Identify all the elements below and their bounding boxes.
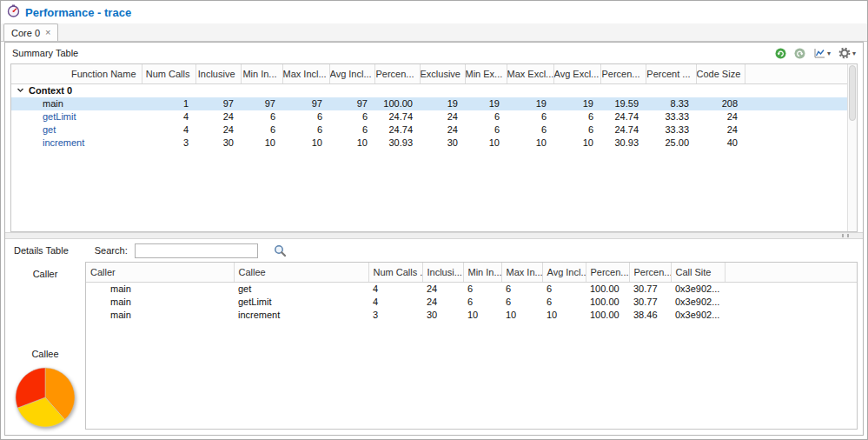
value-cell: 6 [553,123,600,137]
title-bar: Performance - trace [1,1,867,23]
details-table-label: Details Table [14,245,69,256]
scrollbar-thumb[interactable] [849,65,856,121]
value-cell: 6 [507,123,553,137]
value-cell: 10 [542,309,586,322]
value-cell [725,309,857,322]
column-header[interactable]: Caller [86,263,234,282]
value-cell: 4 [368,296,422,309]
value-cell: 30 [420,137,465,150]
column-header[interactable]: Max Incl... [282,64,329,83]
tab-label: Core 0 [11,28,40,38]
summary-row-getLimit[interactable]: getLimit42466624.742466624.7433.3324 [11,110,857,123]
value-cell: 24 [420,123,465,137]
value-cell: 10 [507,137,553,150]
value-cell: 3 [142,137,195,150]
column-header[interactable]: Percen... [629,263,671,282]
value-cell: 6 [282,123,329,137]
value-cell: 24.74 [374,123,420,137]
value-cell: 97 [241,97,282,110]
value-cell: 38.46 [629,309,671,322]
value-cell [745,137,857,150]
column-header[interactable]: Min In... [463,263,501,282]
value-cell: 6 [542,282,586,296]
column-header[interactable]: Call Site [671,263,725,282]
summary-row-get[interactable]: get42466624.742466624.7433.3324 [11,123,857,137]
column-header[interactable]: Avg Excl... [553,64,600,83]
value-cell: Context 0 [11,83,857,97]
column-header[interactable]: Num Calls [142,64,195,83]
value-cell [725,296,857,309]
details-row[interactable]: mainincrement330101010100.0038.460x3e902… [86,309,857,322]
value-cell [745,123,857,137]
column-header[interactable]: Max In... [501,263,542,282]
column-header[interactable]: Inclusive [195,64,241,83]
column-header[interactable]: Min Ex... [465,64,507,83]
group-row-context[interactable]: Context 0 [11,83,857,97]
callee-pie-chart[interactable] [13,365,77,431]
tab-core-0[interactable]: Core 0 × [3,23,58,41]
value-cell: increment [234,309,368,322]
search-icon[interactable] [274,244,287,257]
column-header[interactable]: Percen... [374,64,420,83]
value-cell: 3 [368,309,422,322]
column-header[interactable]: Num Calls ... [368,263,422,282]
summary-row-increment[interactable]: increment33010101030.933010101030.9325.0… [11,137,857,150]
value-cell: 0x3e902... [671,296,725,309]
column-header[interactable]: Function Name [11,64,142,83]
section-splitter[interactable] [5,232,863,239]
search-input[interactable] [135,243,258,258]
value-cell: 24 [422,282,463,296]
value-cell: 24.74 [374,110,420,123]
vertical-scrollbar[interactable] [847,64,857,231]
summary-header-row: Function NameNum CallsInclusiveMin In...… [11,64,857,83]
column-header[interactable]: Callee [234,263,368,282]
column-header[interactable]: Avg Incl... [329,64,374,83]
settings-gear-icon[interactable]: ▾ [838,47,856,59]
value-cell: 4 [368,282,422,296]
caller-label: Caller [33,269,58,279]
value-cell: 6 [501,296,542,309]
value-cell: 10 [282,137,329,150]
performance-gauge-icon [7,4,20,21]
value-cell: 19 [420,97,465,110]
column-header[interactable]: Percen... [600,64,646,83]
value-cell: main [86,296,234,309]
column-header[interactable]: Inclusi... [422,263,463,282]
value-cell: 10 [241,137,282,150]
value-cell: 0x3e902... [671,282,725,296]
column-header[interactable]: Percen... [586,263,629,282]
column-header[interactable]: Percent ... [646,64,696,83]
function-name-cell[interactable]: increment [11,137,142,150]
value-cell: 6 [463,282,501,296]
value-cell: 6 [542,296,586,309]
close-icon[interactable]: × [45,28,50,37]
callee-label: Callee [31,349,58,359]
chart-export-icon[interactable]: ▾ [813,48,831,59]
value-cell: 30.93 [374,137,420,150]
value-cell: 6 [507,110,553,123]
value-cell: 97 [329,97,374,110]
summary-toolbar: ▾ ▾ [775,47,856,59]
value-cell: 24 [420,110,465,123]
value-cell: 6 [463,296,501,309]
details-section: Details Table Search: Caller Callee [5,239,863,435]
details-row[interactable]: maingetLimit424666100.0030.770x3e902... [86,296,857,309]
value-cell: 10 [465,137,507,150]
value-cell: 10 [329,137,374,150]
column-header[interactable]: Code Size [696,64,745,83]
value-cell: getLimit [234,296,368,309]
column-header[interactable]: Avg Incl... [542,263,586,282]
refresh-back-icon[interactable] [794,48,805,59]
chevron-down-icon[interactable] [17,84,24,97]
value-cell: 0x3e902... [671,309,725,322]
summary-row-main[interactable]: main197979797100.001919191919.598.33208 [11,97,857,110]
function-name-cell[interactable]: getLimit [11,110,142,123]
column-header[interactable]: Exclusive [420,64,465,83]
function-name-cell[interactable]: get [11,123,142,137]
value-cell: 30 [422,309,463,322]
column-header[interactable]: Min In... [241,64,282,83]
value-cell: 4 [142,110,195,123]
details-row[interactable]: mainget424666100.0030.770x3e902... [86,282,857,296]
refresh-forward-icon[interactable] [775,48,786,59]
column-header[interactable]: Max Excl... [507,64,553,83]
